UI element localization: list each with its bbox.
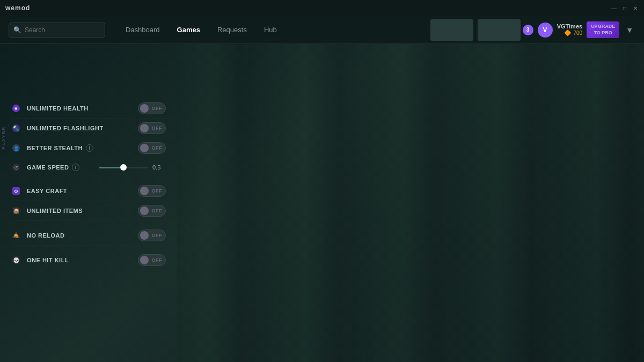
coin-count: 700: [573, 30, 582, 36]
svg-text:⏱: ⏱: [14, 165, 19, 171]
app-logo: wemod: [5, 4, 30, 12]
toggle-unlimited-items[interactable]: OFF: [138, 205, 166, 217]
cheat-icon-flashlight: 🔦: [11, 123, 21, 134]
upgrade-button[interactable]: UPGRADE TO PRO: [587, 21, 619, 38]
cheat-name-easy-craft: EASY CRAFT: [27, 188, 133, 194]
cheat-icon-health: ♥: [11, 103, 21, 114]
toggle-knob: [140, 256, 149, 264]
toggle-unlimited-health[interactable]: OFF: [138, 102, 166, 114]
avatar[interactable]: V: [538, 23, 553, 38]
restore-button[interactable]: □: [621, 5, 628, 11]
nav-links: Dashboard Games Requests Hub: [118, 23, 428, 37]
toggle-knob: [140, 104, 149, 113]
cheat-icon-craft: ⚙: [11, 186, 21, 196]
toggle-one-hit-kill[interactable]: OFF: [138, 254, 166, 266]
coin-icon: 🔶: [564, 29, 572, 36]
cheat-icon-speed: ⏱: [11, 162, 21, 173]
cheat-name-unlimited-items: UNLIMITED ITEMS: [27, 208, 133, 214]
toggle-knob: [140, 144, 149, 152]
cheat-row-unlimited-flashlight: 🔦 UNLIMITED FLASHLIGHT OFF: [11, 119, 166, 138]
slider-value: 0.5: [152, 164, 166, 171]
upgrade-label: UPGRADE: [591, 24, 615, 30]
toggle-knob: [140, 231, 149, 240]
svg-text:📦: 📦: [13, 208, 20, 215]
toggle-better-stealth[interactable]: OFF: [138, 142, 166, 154]
upgrade-sub: TO PRO: [591, 30, 615, 36]
info-icon-better-stealth[interactable]: i: [86, 144, 93, 152]
slider-track[interactable]: [99, 167, 149, 168]
nav-image-2: [478, 19, 521, 41]
cheat-row-unlimited-health: ♥ UNLIMITED HEALTH OFF: [11, 99, 166, 119]
toggle-knob: [140, 206, 149, 215]
cheat-row-easy-craft: ⚙ EASY CRAFT OFF: [11, 181, 166, 201]
cheat-name-no-reload: NO RELOAD: [27, 232, 133, 239]
titlebar: wemod — □ ✕: [0, 0, 644, 16]
username: VGTimes: [557, 23, 583, 29]
svg-text:💀: 💀: [13, 257, 20, 264]
cheat-icon-kill: 💀: [11, 255, 21, 265]
slider-thumb[interactable]: [120, 164, 127, 171]
main-layout: GAMES › CHERNOBYLITE › CHERNOBYLITE by M…: [0, 44, 644, 362]
cheat-name-unlimited-flashlight: UNLIMITED FLASHLIGHT: [27, 125, 133, 131]
svg-text:🔦: 🔦: [13, 125, 20, 132]
cheat-row-better-stealth: 👤 BETTER STEALTH i OFF: [11, 138, 166, 158]
nav-image-1: [430, 19, 473, 41]
notification-badge[interactable]: 3: [523, 25, 533, 35]
navbar: 🔍 Dashboard Games Requests Hub 3 V VGTim…: [0, 16, 644, 44]
game-speed-slider[interactable]: 0.5: [99, 164, 166, 171]
cheat-icon-items: 📦: [11, 205, 21, 216]
search-box[interactable]: 🔍: [9, 23, 105, 38]
svg-text:🔫: 🔫: [13, 233, 19, 239]
nav-dashboard[interactable]: Dashboard: [118, 23, 167, 37]
toggle-no-reload[interactable]: OFF: [138, 230, 166, 241]
cheat-row-one-hit-kill: 💀 ONE HIT KILL OFF: [11, 250, 166, 270]
minimize-button[interactable]: —: [611, 5, 617, 11]
coins-display: 🔶 700: [564, 29, 582, 36]
toggle-easy-craft[interactable]: OFF: [138, 185, 166, 197]
cheat-icon-reload: 🔫: [11, 230, 21, 241]
search-icon: 🔍: [13, 26, 21, 34]
toggle-knob: [140, 187, 149, 195]
info-icon-game-speed[interactable]: i: [72, 164, 79, 171]
cheat-row-no-reload: 🔫 NO RELOAD OFF: [11, 226, 166, 246]
cheat-name-game-speed: GAME SPEED i: [27, 164, 94, 171]
nav-right: 3 V VGTimes 🔶 700 UPGRADE TO PRO ▼: [523, 21, 635, 38]
expand-button[interactable]: ▼: [624, 24, 635, 36]
user-info: VGTimes 🔶 700: [557, 23, 583, 36]
cheats-list: PLAYER ♥ UNLIMITED HEALTH OFF: [11, 99, 166, 270]
search-input[interactable]: [25, 26, 100, 34]
close-button[interactable]: ✕: [632, 5, 639, 11]
cheat-name-unlimited-health: UNLIMITED HEALTH: [27, 105, 133, 112]
nav-games[interactable]: Games: [170, 23, 208, 37]
cheat-name-one-hit-kill: ONE HIT KILL: [27, 257, 133, 263]
cheat-icon-stealth: 👤: [11, 143, 21, 153]
svg-text:♥: ♥: [14, 106, 18, 112]
cheat-name-better-stealth: BETTER STEALTH i: [27, 144, 133, 152]
toggle-unlimited-flashlight[interactable]: OFF: [138, 122, 166, 134]
nav-requests[interactable]: Requests: [210, 23, 254, 37]
toggle-knob: [140, 124, 149, 132]
svg-text:👤: 👤: [13, 145, 20, 152]
nav-hub[interactable]: Hub: [257, 23, 284, 37]
svg-text:⚙: ⚙: [14, 189, 18, 194]
player-section-label: PLAYER: [1, 126, 6, 150]
window-controls: — □ ✕: [611, 5, 639, 11]
cheat-row-game-speed: ⏱ GAME SPEED i 0.5: [11, 158, 166, 176]
cheat-row-unlimited-items: 📦 UNLIMITED ITEMS OFF: [11, 201, 166, 221]
